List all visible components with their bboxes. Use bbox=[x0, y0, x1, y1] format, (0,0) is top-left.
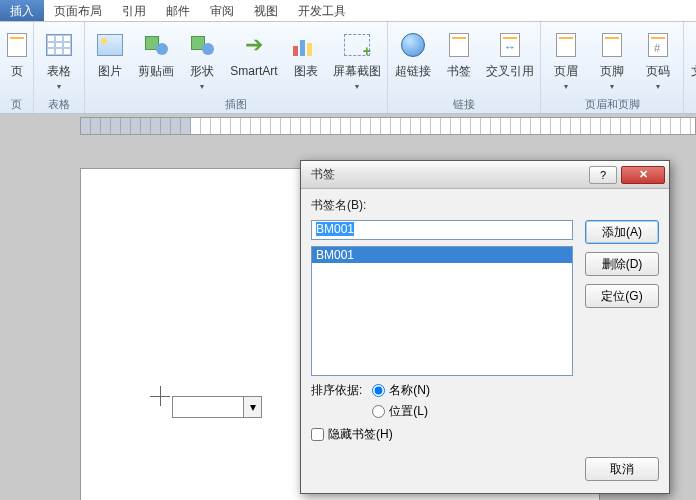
group-illustrations: 图片 剪贴画 形状 ▾ ➔ SmartArt 图表 屏幕截图 bbox=[85, 22, 388, 113]
header-button[interactable]: 页眉 ▾ bbox=[543, 24, 589, 92]
smartart-label: SmartArt bbox=[230, 65, 277, 78]
bookmark-dialog: 书签 ? ✕ 书签名(B): BM001 添加(A) 删除(D) 定位(G) B… bbox=[300, 160, 670, 494]
page-icon bbox=[1, 29, 33, 61]
clipart-icon bbox=[140, 29, 172, 61]
header-icon bbox=[550, 29, 582, 61]
pagenumber-icon bbox=[642, 29, 674, 61]
shapes-button[interactable]: 形状 ▾ bbox=[179, 24, 225, 92]
inline-combobox[interactable]: ▾ bbox=[172, 396, 262, 418]
sort-name-radio[interactable]: 名称(N) bbox=[372, 382, 430, 399]
tab-review[interactable]: 审阅 bbox=[200, 0, 244, 21]
picture-button[interactable]: 图片 bbox=[87, 24, 133, 79]
ruler-area bbox=[0, 114, 696, 138]
bookmark-label: 书签 bbox=[447, 65, 471, 78]
tab-references[interactable]: 引用 bbox=[112, 0, 156, 21]
crossref-label: 交叉引用 bbox=[486, 65, 534, 78]
pagenumber-label: 页码 bbox=[646, 65, 670, 78]
sort-by-label: 排序依据: bbox=[311, 382, 362, 399]
dialog-titlebar[interactable]: 书签 ? ✕ bbox=[301, 161, 669, 189]
help-button[interactable]: ? bbox=[589, 166, 617, 184]
picture-icon bbox=[94, 29, 126, 61]
group-pages: 页 页 bbox=[0, 22, 34, 113]
picture-label: 图片 bbox=[98, 65, 122, 78]
hidden-bookmarks-checkbox[interactable]: 隐藏书签(H) bbox=[311, 426, 659, 443]
header-label: 页眉 bbox=[554, 65, 578, 78]
screenshot-button[interactable]: 屏幕截图 ▾ bbox=[329, 24, 385, 92]
list-item[interactable]: BM001 bbox=[312, 247, 572, 263]
dialog-title: 书签 bbox=[311, 166, 335, 183]
textbox-label: 文本框 bbox=[691, 65, 696, 78]
chevron-down-icon: ▾ bbox=[355, 82, 359, 91]
chevron-down-icon: ▾ bbox=[200, 82, 204, 91]
tab-view[interactable]: 视图 bbox=[244, 0, 288, 21]
textbox-button[interactable]: A 文本框 ▾ bbox=[686, 24, 696, 92]
ribbon: 页 页 表格 ▾ 表格 图片 剪贴画 形状 bbox=[0, 22, 696, 114]
tab-mailings[interactable]: 邮件 bbox=[156, 0, 200, 21]
chart-button[interactable]: 图表 bbox=[283, 24, 329, 79]
group-headerfooter-label: 页眉和页脚 bbox=[585, 97, 640, 113]
bookmark-name-label: 书签名(B): bbox=[311, 197, 659, 214]
group-links: 超链接 书签 交叉引用 链接 bbox=[388, 22, 541, 113]
chevron-down-icon: ▾ bbox=[564, 82, 568, 91]
group-tables-label: 表格 bbox=[48, 97, 70, 113]
pages-button[interactable]: 页 bbox=[2, 24, 32, 79]
chevron-down-icon: ▾ bbox=[656, 82, 660, 91]
chevron-down-icon: ▾ bbox=[57, 82, 61, 91]
bookmark-name-input[interactable]: BM001 bbox=[311, 220, 573, 240]
clipart-label: 剪贴画 bbox=[138, 65, 174, 78]
shapes-label: 形状 bbox=[190, 65, 214, 78]
crossref-icon bbox=[494, 29, 526, 61]
chevron-down-icon[interactable]: ▾ bbox=[243, 397, 261, 417]
group-pages-label: 页 bbox=[11, 97, 22, 113]
horizontal-ruler[interactable] bbox=[80, 117, 696, 135]
clipart-button[interactable]: 剪贴画 bbox=[133, 24, 179, 79]
ribbon-tabs: 插入 页面布局 引用 邮件 审阅 视图 开发工具 bbox=[0, 0, 696, 22]
chart-label: 图表 bbox=[294, 65, 318, 78]
chart-icon bbox=[290, 29, 322, 61]
cancel-button[interactable]: 取消 bbox=[585, 457, 659, 481]
tab-page-layout[interactable]: 页面布局 bbox=[44, 0, 112, 21]
smartart-button[interactable]: ➔ SmartArt bbox=[225, 24, 283, 79]
footer-icon bbox=[596, 29, 628, 61]
footer-label: 页脚 bbox=[600, 65, 624, 78]
goto-button[interactable]: 定位(G) bbox=[585, 284, 659, 308]
shapes-icon bbox=[186, 29, 218, 61]
tab-insert[interactable]: 插入 bbox=[0, 0, 44, 21]
hyperlink-label: 超链接 bbox=[395, 65, 431, 78]
delete-button[interactable]: 删除(D) bbox=[585, 252, 659, 276]
screenshot-icon bbox=[341, 29, 373, 61]
bookmark-listbox[interactable]: BM001 bbox=[311, 246, 573, 376]
crossref-button[interactable]: 交叉引用 bbox=[482, 24, 538, 79]
bookmark-icon bbox=[443, 29, 475, 61]
group-tables: 表格 ▾ 表格 bbox=[34, 22, 85, 113]
screenshot-label: 屏幕截图 bbox=[333, 65, 381, 78]
globe-icon bbox=[397, 29, 429, 61]
pagenumber-button[interactable]: 页码 ▾ bbox=[635, 24, 681, 92]
group-illustrations-label: 插图 bbox=[225, 97, 247, 113]
smartart-icon: ➔ bbox=[238, 29, 270, 61]
close-button[interactable]: ✕ bbox=[621, 166, 665, 184]
chevron-down-icon: ▾ bbox=[610, 82, 614, 91]
pages-label: 页 bbox=[11, 65, 23, 78]
sort-location-radio[interactable]: 位置(L) bbox=[372, 403, 430, 420]
footer-button[interactable]: 页脚 ▾ bbox=[589, 24, 635, 92]
group-links-label: 链接 bbox=[453, 97, 475, 113]
table-label: 表格 bbox=[47, 65, 71, 78]
group-text: A 文本框 ▾ 文档 bbox=[684, 22, 696, 113]
cursor-location-mark bbox=[150, 386, 170, 406]
tab-developer[interactable]: 开发工具 bbox=[288, 0, 356, 21]
hyperlink-button[interactable]: 超链接 bbox=[390, 24, 436, 79]
bookmark-button[interactable]: 书签 bbox=[436, 24, 482, 79]
add-button[interactable]: 添加(A) bbox=[585, 220, 659, 244]
group-headerfooter: 页眉 ▾ 页脚 ▾ 页码 ▾ 页眉和页脚 bbox=[541, 22, 684, 113]
ruler-gutter bbox=[0, 114, 80, 138]
table-button[interactable]: 表格 ▾ bbox=[36, 24, 82, 92]
table-icon bbox=[43, 29, 75, 61]
